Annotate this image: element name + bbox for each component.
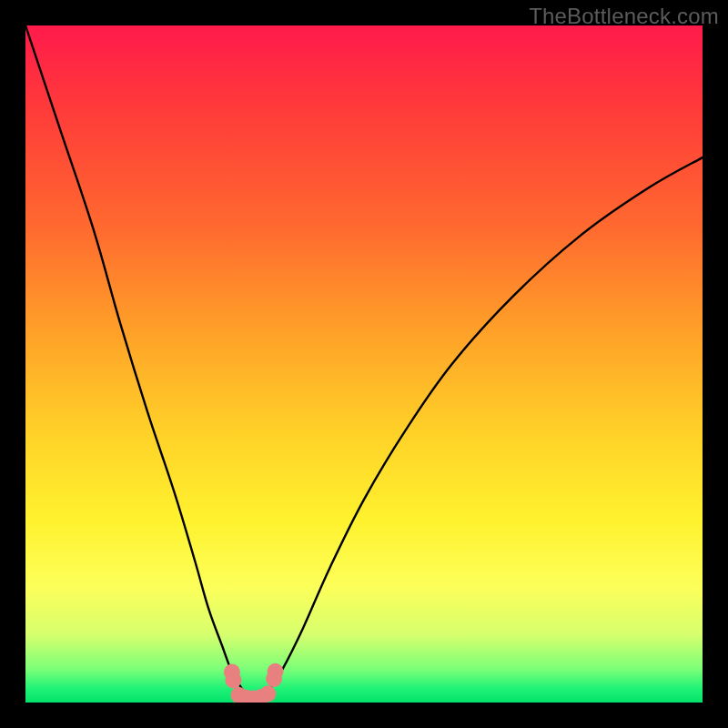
curve-marker <box>225 672 241 688</box>
plot-area <box>25 25 703 703</box>
bottleneck-curve <box>25 25 703 699</box>
watermark-text: TheBottleneck.com <box>529 4 719 29</box>
curve-marker <box>259 685 276 702</box>
plot-svg <box>25 25 703 703</box>
curve-marker <box>268 663 284 680</box>
chart-frame: TheBottleneck.com <box>0 0 728 728</box>
